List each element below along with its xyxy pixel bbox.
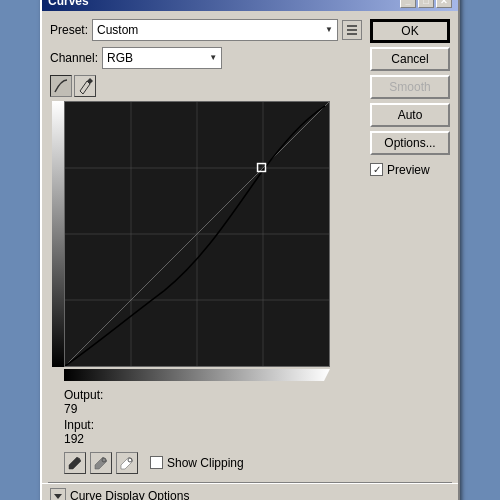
eyedropper-row: Show Clipping [64,452,362,474]
channel-arrow: ▼ [209,53,217,62]
channel-value: RGB [107,51,133,65]
smooth-button[interactable]: Smooth [370,75,450,99]
close-button[interactable]: ✕ [436,0,452,8]
curve-tool-button[interactable] [50,75,72,97]
minimize-button[interactable]: _ [400,0,416,8]
output-text: Output: [64,388,103,402]
ok-button[interactable]: OK [370,19,450,43]
input-section: Input: 192 [64,418,362,446]
dialog-body: Preset: Custom ▼ Channel: RGB [42,11,458,482]
input-label-text: Input: 192 [64,418,362,446]
preset-value: Custom [97,23,138,37]
channel-row: Channel: RGB ▼ [50,47,362,69]
curve-display-options-row[interactable]: Curve Display Options [42,484,458,501]
preset-select[interactable]: Custom ▼ [92,19,338,41]
show-clipping-label: Show Clipping [167,456,244,470]
gray-eyedropper-button[interactable] [90,452,112,474]
right-panel: OK Cancel Smooth Auto Options... ✓ Previ… [370,19,450,474]
output-label: Output: 79 [64,388,362,416]
expand-icon[interactable] [50,488,66,501]
preview-checkbox[interactable]: ✓ [370,163,383,176]
output-section: Output: 79 [64,388,362,416]
preset-arrow: ▼ [325,25,333,34]
channel-select[interactable]: RGB ▼ [102,47,222,69]
preset-row: Preset: Custom ▼ [50,19,362,41]
title-bar: Curves _ □ ✕ [42,0,458,11]
white-eyedropper-button[interactable] [116,452,138,474]
curve-container [64,101,330,381]
preview-label: Preview [387,163,430,177]
preview-row: ✓ Preview [370,163,450,177]
curve-display-label: Curve Display Options [70,489,189,501]
cancel-button[interactable]: Cancel [370,47,450,71]
input-value: 192 [64,432,84,446]
vertical-gradient [52,101,64,367]
dialog-title: Curves [48,0,89,8]
gradient-triangle [324,369,330,381]
left-panel: Preset: Custom ▼ Channel: RGB [50,19,362,474]
show-clipping-row: Show Clipping [150,456,244,470]
restore-button[interactable]: □ [418,0,434,8]
curve-tools [50,75,362,97]
svg-marker-14 [54,494,62,499]
show-clipping-checkbox[interactable] [150,456,163,469]
channel-label: Channel: [50,51,98,65]
curve-area[interactable] [64,101,330,367]
input-label: Input: [64,418,94,432]
options-button[interactable]: Options... [370,131,450,155]
preset-options-icon[interactable] [342,20,362,40]
curves-dialog: Curves _ □ ✕ Preset: Custom ▼ [40,0,460,500]
output-value: 79 [64,402,77,416]
auto-button[interactable]: Auto [370,103,450,127]
preset-label: Preset: [50,23,88,37]
title-bar-buttons: _ □ ✕ [400,0,452,8]
horizontal-gradient [64,369,330,381]
pencil-tool-button[interactable] [74,75,96,97]
black-eyedropper-button[interactable] [64,452,86,474]
